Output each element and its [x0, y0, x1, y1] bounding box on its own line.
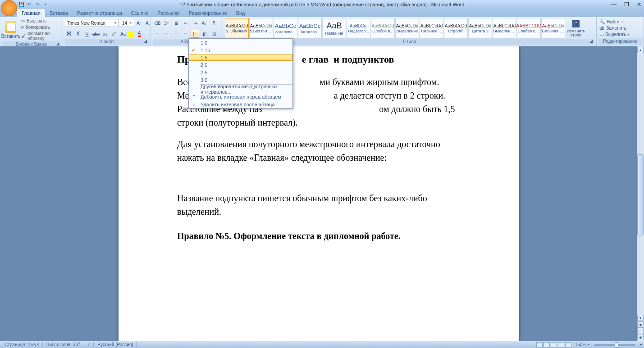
document-area[interactable]: Пр е глав и подпунктов Все ми буквами жи… [0, 46, 637, 341]
close-button[interactable]: ✕ [636, 1, 642, 8]
style-item[interactable]: AaBbCc.Подзагол... [347, 18, 370, 39]
style-item[interactable]: AABBCCDDСлабая сс... [517, 18, 541, 39]
redo-icon[interactable]: ↷ [34, 1, 41, 8]
zoom-in-button[interactable]: + [639, 342, 642, 347]
doc-heading-2[interactable]: Правило №5. Оформление текста в дипломно… [177, 231, 461, 241]
subscript-button[interactable]: x₂ [101, 30, 109, 38]
styles-gallery[interactable]: AaBbCcDd¶ ОбычныйAaBbCcDd¶ Без инте...Aa… [225, 18, 565, 39]
tab-insert[interactable]: Вставка [45, 9, 73, 17]
prev-page-button[interactable]: ◉ [637, 321, 644, 328]
spacing-option[interactable]: 1,0 [189, 39, 292, 46]
format-painter-button[interactable]: 🖌Формат по образцу [21, 31, 61, 41]
borders-button[interactable]: ⊞ [210, 30, 218, 38]
numbering-button[interactable]: 1≡ [162, 19, 171, 27]
scroll-down-button[interactable]: ▼ [637, 315, 644, 321]
spacing-action-add-before[interactable]: ⇡Добавить интервал перед абзацем [189, 93, 292, 100]
paste-button[interactable]: Вставить [2, 19, 20, 40]
spacing-action-more-options[interactable]: ⋯Другие варианты междустрочных интервало… [189, 85, 292, 93]
print-layout-view-button[interactable] [536, 342, 543, 348]
tab-review[interactable]: Рецензирование [184, 9, 232, 17]
align-center-button[interactable]: ≡ [162, 30, 171, 38]
page[interactable]: Пр е глав и подпунктов Все ми буквами жи… [119, 46, 519, 341]
superscript-button[interactable]: x² [110, 30, 118, 38]
draft-view-button[interactable] [565, 342, 571, 348]
office-button[interactable] [1, 0, 17, 16]
clipboard-launcher[interactable]: ◢ [55, 42, 60, 46]
style-item[interactable]: AaBbCcDd¶ Без инте... [249, 18, 273, 39]
shading-button[interactable]: ◧ [200, 30, 209, 38]
style-item[interactable]: AaBbCcDd¶ Обычный [225, 18, 249, 39]
vertical-scrollbar[interactable]: ▲ ▼ ◉ ○ ◉ [637, 46, 644, 341]
increase-indent-button[interactable]: ⇥ [191, 19, 199, 27]
multilevel-button[interactable]: ≣ [172, 19, 180, 27]
maximize-button[interactable]: ❐ [623, 1, 630, 8]
bold-button[interactable]: Ж [65, 30, 73, 38]
minimize-button[interactable]: — [611, 1, 617, 8]
zoom-slider[interactable] [594, 344, 635, 346]
change-styles-button[interactable]: 🅰 Изменить стили [567, 19, 585, 37]
replace-button[interactable]: abЗаменить [598, 25, 627, 31]
style-item[interactable]: AaBbCcDdВыделенн... [493, 18, 516, 39]
font-size-combo[interactable]: 14▼ [120, 19, 134, 27]
align-right-button[interactable]: ≡ [172, 30, 180, 38]
find-button[interactable]: 🔍Найти ▾ [598, 19, 624, 25]
styles-launcher[interactable]: ◢ [589, 39, 594, 44]
show-marks-button[interactable]: ¶ [210, 19, 218, 27]
style-item[interactable]: AaBbCcDdВыделение [395, 18, 419, 39]
font-color-button[interactable]: A [135, 30, 143, 38]
sort-button[interactable]: A↓ [200, 19, 209, 27]
status-proofing[interactable]: ✓ [84, 342, 94, 347]
qat-dropdown-icon[interactable]: ▼ [42, 1, 49, 8]
web-layout-view-button[interactable] [551, 342, 557, 348]
style-item[interactable]: AaBbCcЗаголово... [274, 18, 297, 39]
style-item[interactable]: AaBbCcЗаголово... [298, 18, 322, 39]
spacing-action-remove-after[interactable]: ⇣Удалить интервал после абзаца [189, 100, 292, 108]
status-words[interactable]: Число слов: 337 [44, 342, 84, 347]
full-screen-view-button[interactable] [544, 342, 550, 348]
underline-button[interactable]: Ч [83, 30, 91, 38]
font-name-combo[interactable]: Times New Roman▼ [65, 19, 119, 27]
font-launcher[interactable]: ◢ [143, 39, 148, 44]
align-left-button[interactable]: ≡ [153, 30, 161, 38]
tab-mailings[interactable]: Рассылки [153, 9, 184, 17]
zoom-thumb[interactable] [615, 342, 618, 348]
cut-button[interactable]: ✂Вырезать [21, 18, 61, 24]
spacing-option[interactable]: 2,5 [189, 68, 292, 76]
style-item[interactable]: AaBbCcDdСлабое в... [371, 18, 395, 39]
spacing-option[interactable]: 1,5 [189, 54, 292, 61]
outline-view-button[interactable] [558, 342, 564, 348]
tab-view[interactable]: Вид [232, 9, 250, 17]
status-page[interactable]: Страница: 4 из 4 [2, 342, 43, 347]
zoom-out-button[interactable]: − [587, 342, 590, 347]
doc-paragraph-3[interactable]: Название подпункта пишется обычным шрифт… [177, 191, 461, 218]
tab-references[interactable]: Ссылки [127, 9, 153, 17]
spacing-option[interactable]: ✓1,15 [189, 46, 292, 54]
scroll-up-button[interactable]: ▲ [637, 47, 644, 53]
status-language[interactable]: Русский (Россия) [95, 342, 136, 347]
change-case-button[interactable]: Aa [119, 30, 127, 38]
zoom-level[interactable]: 150% [575, 342, 587, 347]
doc-paragraph-2[interactable]: Для установления полуторного межстрочног… [177, 137, 461, 164]
scroll-thumb[interactable] [637, 154, 644, 235]
spacing-option[interactable]: 2,0 [189, 61, 292, 68]
highlight-button[interactable] [128, 32, 134, 37]
spacing-option[interactable]: 3,0 [189, 76, 292, 84]
undo-icon[interactable]: ↶ [26, 1, 32, 8]
style-item[interactable]: AaBbCcDdЦитата 2 [468, 18, 492, 39]
tab-page-layout[interactable]: Разметка страницы [73, 9, 127, 17]
copy-button[interactable]: ⎘Копировать [21, 24, 61, 30]
line-spacing-button[interactable]: ‡≡ [191, 30, 199, 38]
decrease-indent-button[interactable]: ⇤ [181, 19, 190, 27]
style-item[interactable]: AaBbCcDdСтрогий [444, 18, 468, 39]
grow-font-button[interactable]: A↑ [135, 19, 143, 27]
browse-object-button[interactable]: ○ [637, 328, 644, 334]
next-page-button[interactable]: ◉ [637, 334, 644, 340]
bullets-button[interactable]: ⋮≡ [153, 19, 161, 27]
italic-button[interactable]: К [74, 30, 82, 38]
style-item[interactable]: AaBbCcDdСильное ... [420, 18, 443, 39]
strikethrough-button[interactable]: abc [92, 30, 100, 38]
save-icon[interactable]: 💾 [18, 1, 24, 8]
select-button[interactable]: ▭Выделить ▾ [598, 32, 630, 37]
style-item[interactable]: AaBbCcDdСильная с... [541, 18, 565, 39]
tab-home[interactable]: Главная [17, 9, 45, 17]
